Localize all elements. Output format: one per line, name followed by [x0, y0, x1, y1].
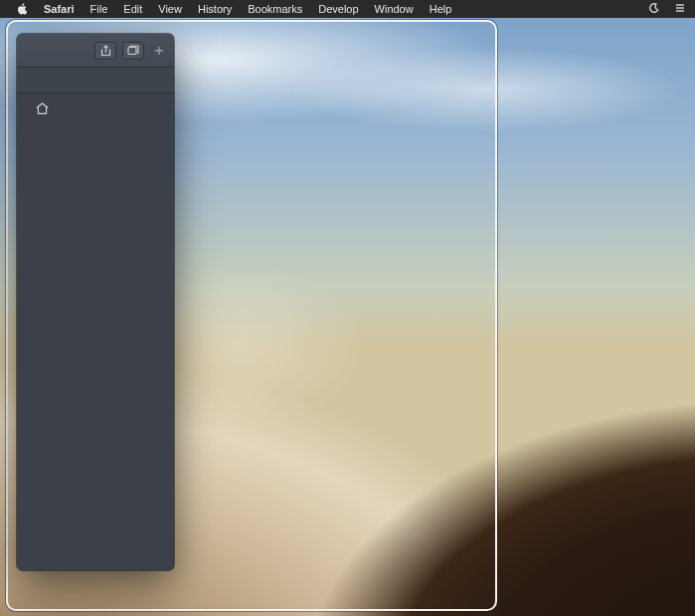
svg-rect-3 — [128, 48, 136, 55]
menu-history[interactable]: History — [190, 0, 240, 18]
menu-window[interactable]: Window — [367, 0, 422, 18]
safari-content-area — [17, 127, 174, 570]
tabs-overview-icon — [127, 45, 139, 56]
menu-bar: Safari File Edit View History Bookmarks … — [0, 0, 695, 18]
menu-file[interactable]: File — [83, 0, 116, 18]
plus-icon — [154, 42, 164, 60]
moon-icon — [648, 2, 660, 16]
share-icon — [100, 45, 111, 57]
favorites-bar — [17, 93, 174, 127]
apple-logo-icon — [17, 3, 28, 15]
share-button[interactable] — [94, 42, 116, 60]
tab-overview-button[interactable] — [122, 42, 144, 60]
house-icon — [35, 101, 50, 119]
app-menu[interactable]: Safari — [36, 0, 83, 18]
notification-center-menu[interactable] — [671, 0, 689, 18]
apple-menu[interactable] — [9, 3, 36, 15]
new-tab-button[interactable] — [150, 42, 168, 60]
start-page-favorite[interactable] — [31, 99, 53, 121]
menu-bookmarks[interactable]: Bookmarks — [240, 0, 310, 18]
window-toolbar — [17, 34, 174, 68]
do-not-disturb-menu[interactable] — [645, 0, 663, 18]
menu-view[interactable]: View — [150, 0, 190, 18]
menu-help[interactable]: Help — [422, 0, 460, 18]
list-icon — [674, 2, 686, 16]
menu-develop[interactable]: Develop — [310, 0, 366, 18]
safari-window[interactable] — [17, 34, 174, 570]
menu-edit[interactable]: Edit — [115, 0, 150, 18]
tab-strip[interactable] — [17, 68, 174, 93]
